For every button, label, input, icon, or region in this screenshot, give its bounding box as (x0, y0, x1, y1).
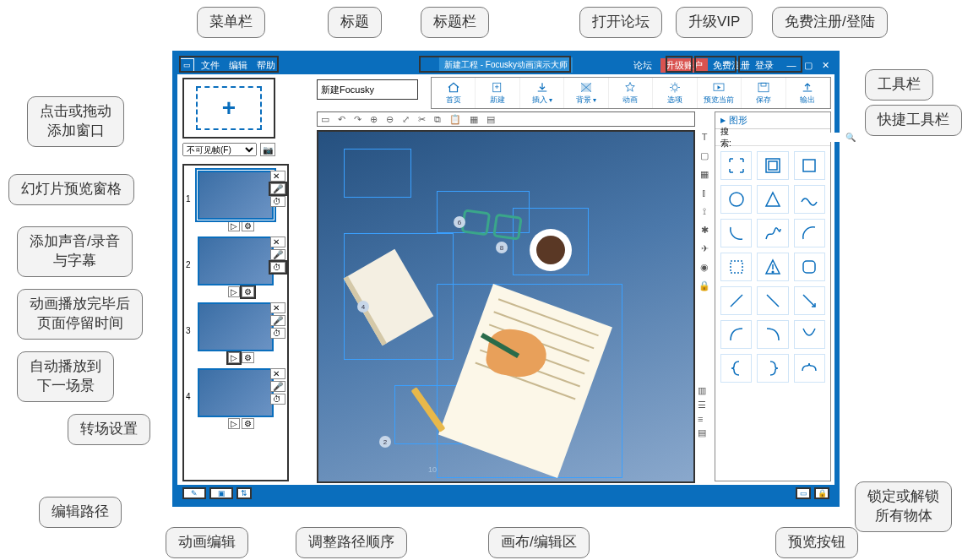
path-node[interactable]: 8 (496, 242, 508, 253)
shape-circle[interactable] (720, 185, 752, 214)
redo-icon[interactable]: ↷ (354, 114, 361, 125)
slide-thumb[interactable]: 3✕🎤⏱▷⚙ (198, 302, 284, 363)
forum-link[interactable]: 论坛 (630, 58, 655, 73)
slide-mic-icon[interactable]: 🎤 (270, 183, 285, 194)
slide-thumb[interactable]: 1✕🎤⏱▷⚙ (198, 171, 284, 231)
slide-close-icon[interactable]: ✕ (270, 237, 285, 247)
zoom-out-icon[interactable]: ⊖ (386, 114, 394, 125)
stack-icon[interactable]: ≡ (698, 414, 711, 424)
slide-play-icon[interactable]: ▷ (228, 220, 240, 231)
toolbar-preview-button[interactable]: 预览当前 (698, 78, 742, 108)
shape-arc-bl[interactable] (720, 219, 752, 247)
slide-timer-icon[interactable]: ⏱ (270, 394, 285, 405)
slide-timer-icon[interactable]: ⏱ (270, 262, 285, 273)
shape-dashed-rect[interactable] (720, 253, 752, 281)
project-title-input[interactable]: 新建Focusky (317, 79, 418, 100)
slide-mic-icon[interactable]: 🎤 (270, 315, 285, 326)
preview-button[interactable]: ▭ (796, 487, 811, 499)
toolbar-home-button[interactable]: 首页 (432, 78, 476, 108)
chart-tool-icon[interactable]: ⫿ (698, 186, 711, 199)
slide-timer-icon[interactable]: ⏱ (270, 328, 285, 339)
search-icon[interactable]: 🔍 (845, 133, 856, 142)
canvas-coffee[interactable] (530, 229, 572, 271)
lock-all-button[interactable]: 🔒 (814, 487, 829, 499)
shape-square[interactable] (794, 151, 825, 180)
shape-arc-tr[interactable] (794, 219, 825, 247)
shape-rounded[interactable] (794, 253, 825, 281)
toolbar-bg-button[interactable]: 背景▾ (564, 78, 608, 108)
reorder-path-button[interactable]: ⇅ (236, 487, 252, 499)
minimize-button[interactable]: — (784, 60, 799, 71)
path-node[interactable]: 4 (357, 301, 369, 313)
upgrade-button[interactable]: 升级账户 (660, 58, 708, 73)
toolbar-save-button[interactable]: 保存 (742, 78, 785, 108)
shape-line-diag3[interactable] (794, 286, 825, 315)
shape-brace-t[interactable] (794, 354, 825, 383)
text-tool-icon[interactable]: T (698, 130, 711, 144)
shape-triangle[interactable] (757, 185, 788, 214)
camera-icon[interactable]: 📷 (260, 143, 275, 156)
slide-thumb[interactable]: 4✕🎤⏱▷⚙ (198, 368, 284, 429)
slide-play-icon[interactable]: ▷ (228, 418, 240, 429)
shape-curve2[interactable] (757, 320, 788, 349)
shape-curve1[interactable] (720, 320, 752, 349)
panel-title[interactable]: 图形 (715, 112, 830, 129)
slide-mic-icon[interactable]: 🎤 (270, 249, 285, 260)
fit-icon[interactable]: ⤢ (402, 114, 410, 125)
menu-edit[interactable]: 编辑 (229, 60, 247, 70)
toolbar-options-button[interactable]: 选项 (653, 78, 697, 108)
align-icon[interactable]: ☰ (698, 400, 711, 410)
flash-tool-icon[interactable]: ◉ (698, 260, 711, 274)
shape-warning-tri[interactable] (757, 253, 788, 281)
shape-curve3[interactable] (794, 320, 825, 349)
login-link[interactable]: 登录 (755, 59, 774, 72)
slide-play-icon[interactable]: ▷ (228, 286, 240, 297)
menu-help[interactable]: 帮助 (257, 60, 275, 70)
copy-icon[interactable]: ⧉ (434, 114, 441, 125)
pointer-icon[interactable]: ▭ (321, 114, 329, 125)
register-link[interactable]: 免费注册 (713, 59, 750, 72)
group-icon[interactable]: ▤ (698, 427, 711, 438)
zoom-in-icon[interactable]: ⊕ (370, 114, 378, 125)
maximize-button[interactable]: ▢ (801, 60, 816, 71)
edit-path-button[interactable]: ✎ (182, 487, 206, 499)
slide-play-icon[interactable]: ▷ (228, 352, 240, 363)
toolbar-export-button[interactable]: 输出 (786, 78, 830, 108)
slide-gear-icon[interactable]: ⚙ (242, 418, 254, 429)
shape-wave[interactable] (794, 185, 825, 214)
shape-brace-l[interactable] (720, 354, 752, 383)
audio-tool-icon[interactable]: ✈ (698, 242, 711, 255)
frame-mode-select[interactable]: 不可见帧(F) (182, 143, 257, 156)
slide-thumb[interactable]: 2✕🎤⏱▷⚙ (198, 237, 284, 297)
video-tool-icon[interactable]: ✱ (698, 223, 711, 237)
anim-edit-button[interactable]: ▣ (209, 487, 233, 499)
lock-tool-icon[interactable]: 🔒 (698, 279, 711, 292)
slide-mic-icon[interactable]: 🎤 (270, 381, 285, 392)
path-node[interactable]: 2 (379, 436, 391, 448)
shape-line-diag1[interactable] (720, 286, 752, 315)
shape-line-diag2[interactable] (757, 286, 788, 315)
shape-rect-frame[interactable] (757, 151, 788, 180)
slide-close-icon[interactable]: ✕ (270, 368, 285, 379)
shape-squiggle[interactable] (757, 219, 788, 247)
toolbar-anim-button[interactable]: 动画 (609, 78, 653, 108)
path-node[interactable]: 6 (454, 216, 465, 228)
cut-icon[interactable]: ✂ (418, 114, 426, 125)
search-input[interactable] (735, 133, 842, 142)
close-button[interactable]: ✕ (818, 60, 833, 71)
ruler-tool-icon[interactable]: ⟟ (698, 204, 711, 218)
send-back-icon[interactable]: ▤ (486, 114, 495, 125)
add-frame-button[interactable]: + (182, 78, 275, 139)
slide-close-icon[interactable]: ✕ (270, 171, 285, 182)
image-tool-icon[interactable]: ▦ (698, 167, 711, 181)
canvas-area[interactable]: 4 6 8 2 10 (317, 130, 695, 483)
slide-close-icon[interactable]: ✕ (270, 302, 285, 313)
paste-icon[interactable]: 📋 (449, 114, 461, 125)
slide-timer-icon[interactable]: ⏱ (270, 196, 285, 207)
toolbar-insert-button[interactable]: 插入▾ (520, 78, 564, 108)
slide-gear-icon[interactable]: ⚙ (242, 220, 254, 231)
bring-front-icon[interactable]: ▦ (470, 114, 478, 125)
shape-tool-icon[interactable]: ▢ (698, 149, 711, 162)
slide-gear-icon[interactable]: ⚙ (242, 286, 254, 297)
layers-icon[interactable]: ▥ (698, 385, 711, 396)
